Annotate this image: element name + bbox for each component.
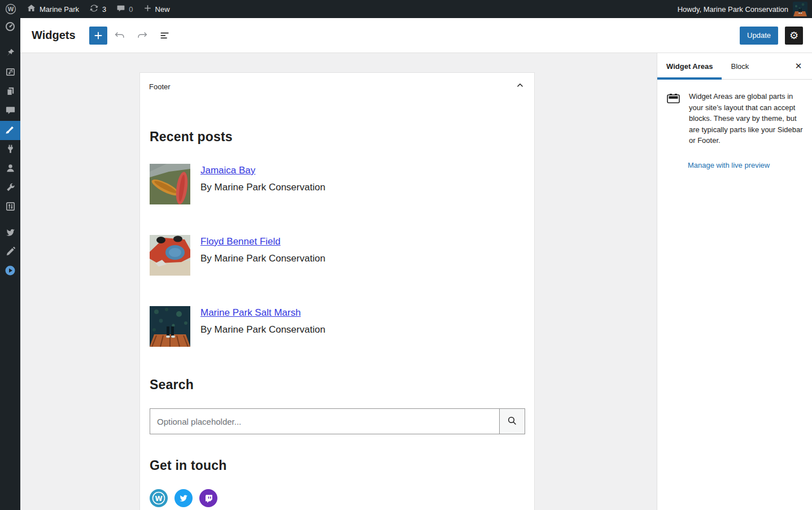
post-link[interactable]: Jamaica Bay (200, 165, 255, 176)
sidebar-item-twitter[interactable] (0, 224, 20, 243)
twitter-icon (5, 227, 16, 240)
play-icon (5, 265, 16, 278)
comments-menu[interactable]: 0 (111, 0, 138, 18)
gear-icon: ⚙ (789, 30, 798, 41)
post-link[interactable]: Marine Park Salt Marsh (200, 307, 301, 319)
pencil-icon (5, 246, 16, 259)
user-icon (5, 163, 16, 176)
post-byline: By Marine Park Conservation (200, 182, 325, 193)
admin-bar: W Marine Park 3 0 New Howdy, Marine Park… (0, 0, 812, 18)
recent-posts-heading[interactable]: Recent posts (150, 129, 525, 145)
sidebar-tabbar: Widget Areas Block ✕ (657, 53, 812, 80)
search-heading[interactable]: Search (150, 377, 525, 393)
updates-count: 3 (102, 5, 106, 14)
avatar[interactable] (793, 2, 807, 16)
close-sidebar-button[interactable]: ✕ (785, 53, 812, 79)
block-inserter-button[interactable] (89, 27, 107, 45)
post-thumbnail-jamaica-bay (150, 164, 190, 204)
post-byline: By Marine Park Conservation (200, 324, 325, 335)
list-item: Marine Park Salt Marsh By Marine Park Co… (150, 306, 525, 347)
sidebar-item-edit[interactable] (0, 243, 20, 262)
sidebar-item-media[interactable] (0, 63, 20, 82)
sidebar-item-appearance[interactable] (0, 121, 20, 140)
pages-icon (5, 86, 16, 99)
comments-icon (5, 105, 16, 118)
social-links: W (150, 489, 525, 507)
widget-areas-panel: Widget Areas are global parts in your si… (657, 80, 812, 158)
update-button[interactable]: Update (740, 27, 778, 45)
settings-sidebar: Widget Areas Block ✕ Widget Areas are gl… (657, 53, 812, 510)
new-label: New (155, 5, 170, 14)
magnifier-icon (507, 415, 518, 428)
tab-widget-areas[interactable]: Widget Areas (657, 53, 722, 79)
post-thumbnail-marine-park-salt-marsh (150, 306, 190, 347)
search-input[interactable] (150, 408, 499, 434)
sidebar-item-comments[interactable] (0, 102, 20, 121)
sliders-icon (5, 201, 16, 214)
comment-icon (116, 4, 125, 15)
updates-icon (89, 3, 99, 15)
post-thumbnail-floyd-bennet-field (150, 235, 190, 276)
widget-area-panel-footer: Footer Recent posts Jamaica Bay By Marin… (139, 72, 535, 510)
howdy-text[interactable]: Howdy, Marine Park Conservation (678, 5, 788, 14)
wordpress-logo-icon[interactable]: W (0, 0, 21, 18)
widget-areas-description: Widget Areas are global parts in your si… (689, 91, 803, 146)
post-byline: By Marine Park Conservation (200, 253, 325, 264)
document-overview-button[interactable] (155, 25, 175, 46)
get-in-touch-heading[interactable]: Get in touch (150, 458, 525, 473)
pushpin-icon (5, 47, 16, 60)
new-menu[interactable]: New (138, 0, 175, 18)
admin-sidebar (0, 18, 20, 510)
close-icon: ✕ (795, 61, 802, 71)
updates-menu[interactable]: 3 (84, 0, 111, 18)
sidebar-item-video[interactable] (0, 262, 20, 281)
widget-area-icon (666, 91, 681, 146)
redo-button[interactable] (132, 25, 152, 46)
settings-gear-button[interactable]: ⚙ (785, 27, 803, 45)
plus-icon (143, 4, 152, 14)
wrench-icon (5, 182, 16, 195)
search-widget (150, 408, 525, 434)
editor-canvas: Footer Recent posts Jamaica Bay By Marin… (20, 53, 657, 510)
sidebar-item-plugins[interactable] (0, 140, 20, 159)
undo-button[interactable] (110, 25, 130, 46)
footer-panel-toggle[interactable]: Footer (140, 73, 534, 100)
home-icon (27, 3, 36, 15)
dashboard-icon (5, 21, 16, 34)
manage-live-preview-link[interactable]: Manage with live preview (688, 161, 803, 169)
svg-text:W: W (7, 6, 14, 12)
sidebar-item-posts[interactable] (0, 44, 20, 63)
wordpress-social-icon[interactable]: W (150, 489, 168, 507)
twitter-social-icon[interactable] (174, 489, 193, 507)
list-item: Jamaica Bay By Marine Park Conservation (150, 164, 525, 204)
twitch-social-icon[interactable] (199, 489, 217, 507)
site-name: Marine Park (40, 5, 79, 14)
editor-header: Widgets Update ⚙ (20, 18, 812, 53)
page-title: Widgets (32, 29, 76, 42)
plug-icon (5, 143, 16, 156)
sidebar-item-tools[interactable] (0, 178, 20, 198)
comments-count: 0 (129, 5, 133, 14)
chevron-up-icon (515, 80, 525, 93)
list-item: Floyd Bennet Field By Marine Park Conser… (150, 235, 525, 276)
media-icon (5, 67, 16, 80)
sidebar-item-users[interactable] (0, 159, 20, 178)
search-button[interactable] (499, 408, 525, 434)
paintbrush-icon (5, 124, 16, 137)
sidebar-item-pages[interactable] (0, 82, 20, 102)
site-menu[interactable]: Marine Park (21, 0, 84, 18)
footer-panel-title: Footer (149, 82, 171, 91)
sidebar-item-dashboard[interactable] (0, 18, 20, 37)
tab-block[interactable]: Block (722, 53, 758, 79)
svg-text:W: W (155, 495, 162, 503)
post-link[interactable]: Floyd Bennet Field (200, 236, 281, 247)
sidebar-item-settings[interactable] (0, 198, 20, 217)
